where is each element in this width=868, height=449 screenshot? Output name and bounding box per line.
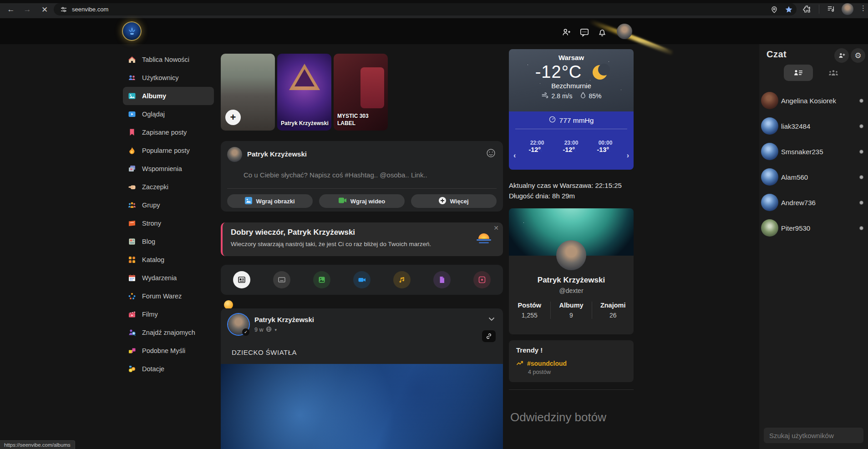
stat-friends[interactable]: Znajomi 26 bbox=[592, 302, 634, 319]
browser-menu-icon[interactable]: ⋮ bbox=[860, 4, 867, 12]
sidebar-item-grupy[interactable]: Grupy bbox=[123, 196, 214, 214]
more-button[interactable]: Więcej bbox=[411, 194, 497, 208]
forecast-prev-icon[interactable]: ‹ bbox=[513, 151, 516, 160]
chat-user-row[interactable]: Smsnaker235 bbox=[759, 139, 868, 164]
sidebar-item-forum-warez[interactable]: Forum Warez bbox=[123, 287, 214, 305]
sidebar-item-ogladaj[interactable]: Oglądaj bbox=[123, 105, 214, 123]
trend-hashtag[interactable]: #soundcloud bbox=[527, 360, 567, 367]
composer-placeholder[interactable]: Co u Ciebie słychać? Napisz coś #Hashtag… bbox=[244, 171, 427, 179]
filter-video-posts-icon[interactable] bbox=[353, 271, 371, 288]
post-image[interactable] bbox=[221, 364, 503, 449]
home-icon bbox=[127, 55, 137, 64]
weather-wind: 2.8 m/s bbox=[552, 92, 573, 100]
filter-all-posts-icon[interactable] bbox=[233, 271, 250, 288]
bookmark-star-icon[interactable] bbox=[785, 5, 793, 14]
stat-albums[interactable]: Albumy 9 bbox=[550, 302, 592, 319]
messages-icon[interactable] bbox=[578, 25, 591, 39]
close-icon[interactable]: ✕ bbox=[493, 224, 499, 232]
add-friend-icon[interactable] bbox=[560, 25, 574, 39]
profile-card: Patryk Krzyżewski @dexter Postów 1,255 A… bbox=[509, 208, 634, 334]
story-card-own[interactable]: + bbox=[221, 54, 275, 131]
media-playlist-icon[interactable] bbox=[827, 5, 835, 13]
status-dot bbox=[859, 226, 863, 230]
browser-forward-button[interactable]: → bbox=[22, 4, 33, 15]
chat-user-row[interactable]: Alam560 bbox=[759, 164, 868, 190]
privacy-caret-icon[interactable]: ▾ bbox=[274, 328, 277, 332]
sidebar-item-label: Podobne Myśli bbox=[142, 347, 185, 354]
chat-tab-groups[interactable] bbox=[819, 65, 848, 81]
filter-file-posts-icon[interactable] bbox=[433, 271, 451, 288]
chat-user-row[interactable]: Andrew736 bbox=[759, 190, 868, 215]
catalog-icon bbox=[127, 255, 137, 264]
emoji-picker-icon[interactable] bbox=[486, 148, 496, 160]
story-card-patryk[interactable]: Patryk Krzyżewski bbox=[277, 54, 331, 131]
sidebar-item-label: Znajdź znajomych bbox=[142, 329, 195, 336]
profile-avatar[interactable] bbox=[556, 240, 586, 270]
bot-visits-title: Odwiedziny botów bbox=[510, 410, 606, 424]
sidebar-item-zaczepki[interactable]: Zaczepki bbox=[123, 178, 214, 196]
location-pin-icon[interactable] bbox=[770, 5, 778, 14]
chat-user-row[interactable]: Angelina Kosiorek bbox=[759, 88, 868, 113]
sidebar-item-wspomnienia[interactable]: Wspomnienia bbox=[123, 160, 214, 178]
sidebar-item-popularne-posty[interactable]: Popularne posty bbox=[123, 141, 214, 160]
sidebar-item-podobne-mysli[interactable]: Podobne Myśli bbox=[123, 342, 214, 360]
chat-user-name: liak32484 bbox=[781, 122, 810, 130]
sidebar-item-label: Wspomnienia bbox=[142, 165, 182, 172]
sidebar-item-filmy[interactable]: Filmy bbox=[123, 305, 214, 323]
notifications-bell-icon[interactable] bbox=[595, 25, 609, 39]
sidebar-item-uzytkownicy[interactable]: Użytkownicy bbox=[123, 69, 214, 87]
collapse-post-icon[interactable] bbox=[488, 315, 495, 323]
sidebar-item-wydarzenia[interactable]: Wydarzenia bbox=[123, 269, 214, 287]
composer-avatar[interactable] bbox=[227, 147, 242, 162]
create-group-chat-button[interactable] bbox=[834, 48, 849, 63]
chat-search[interactable] bbox=[764, 428, 863, 443]
add-story-button[interactable]: + bbox=[225, 110, 241, 125]
filter-live-posts-icon[interactable] bbox=[473, 271, 491, 288]
filter-text-posts-icon[interactable] bbox=[273, 271, 290, 288]
sidebar-item-tablica-nowosci[interactable]: Tablica Nowości bbox=[123, 50, 214, 69]
forecast-next-icon[interactable]: › bbox=[627, 151, 629, 160]
link-preview-statusbar: https://seenvibe.com/albums bbox=[0, 440, 75, 449]
filter-photo-posts-icon[interactable] bbox=[313, 271, 330, 288]
sidebar-item-zapisane-posty[interactable]: Zapisane posty bbox=[123, 123, 214, 141]
user-avatar[interactable] bbox=[617, 24, 632, 39]
copy-link-button[interactable] bbox=[482, 330, 496, 342]
story-card-mystic[interactable]: MYSTIC 303 LABEL bbox=[334, 54, 388, 131]
sidebar-item-label: Katalog bbox=[142, 256, 164, 263]
weather-condition: Bezchmurnie bbox=[509, 82, 634, 90]
upload-video-button[interactable]: Wgraj wideo bbox=[319, 194, 405, 208]
sidebar-item-strony[interactable]: Strony bbox=[123, 214, 214, 232]
profile-name[interactable]: Patryk Krzyżewski bbox=[509, 276, 634, 285]
browser-stop-button[interactable]: ✕ bbox=[39, 4, 50, 15]
greeting-subtitle: Wieczory stwarzają nastrój taki, że jest… bbox=[231, 241, 431, 247]
sidebar-item-label: Tablica Nowości bbox=[142, 56, 189, 63]
photo-art bbox=[360, 67, 384, 108]
stories-row: + Patryk Krzyżewski MYSTIC 303 LABEL bbox=[221, 54, 388, 131]
chat-tab-contacts[interactable] bbox=[784, 65, 813, 81]
sidebar-item-albumy[interactable]: Albumy bbox=[123, 87, 214, 105]
url-text[interactable]: seenvibe.com bbox=[72, 6, 108, 13]
sidebar-item-label: Albumy bbox=[142, 92, 166, 100]
stat-posts[interactable]: Postów 1,255 bbox=[509, 302, 550, 319]
post-author-name[interactable]: Patryk Krzyżewski bbox=[254, 316, 314, 323]
chat-search-input[interactable] bbox=[764, 432, 863, 439]
address-bar[interactable]: seenvibe.com bbox=[54, 3, 797, 15]
chat-user-row[interactable]: Piter9530 bbox=[759, 215, 868, 241]
sidebar-item-blog[interactable]: Blog bbox=[123, 232, 214, 251]
browser-back-button[interactable]: ← bbox=[5, 4, 16, 15]
browser-profile-avatar[interactable] bbox=[842, 3, 853, 15]
sidebar-item-znajdz-znajomych[interactable]: Znajdź znajomych bbox=[123, 323, 214, 342]
chat-settings-gear-icon[interactable]: ⚙ bbox=[851, 48, 865, 63]
sidebar-item-katalog[interactable]: Katalog bbox=[123, 251, 214, 269]
upload-images-button[interactable]: Wgraj obrazki bbox=[227, 194, 313, 208]
site-info-icon[interactable] bbox=[60, 6, 67, 13]
sidebar-item-label: Filmy bbox=[142, 311, 158, 318]
more-label: Więcej bbox=[450, 198, 468, 205]
filter-music-posts-icon[interactable] bbox=[393, 271, 411, 288]
seenvibe-logo[interactable] bbox=[122, 21, 142, 41]
chat-user-row[interactable]: liak32484 bbox=[759, 113, 868, 139]
sidebar-item-dotacje[interactable]: Dotacje bbox=[123, 360, 214, 378]
extensions-icon[interactable] bbox=[802, 5, 811, 13]
sidebar-item-label: Forum Warez bbox=[142, 293, 182, 300]
sidebar-item-label: Strony bbox=[142, 220, 161, 227]
